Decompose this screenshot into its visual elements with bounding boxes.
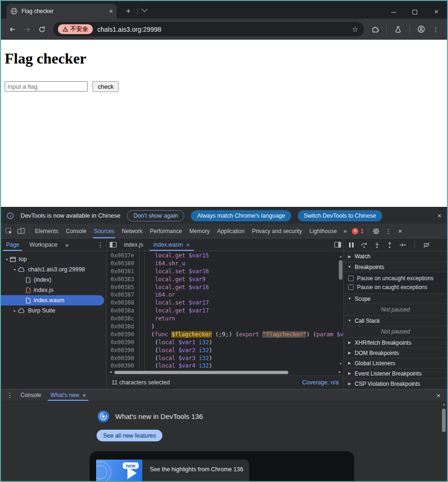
tree-caret-icon[interactable]: ▾ (12, 268, 18, 272)
drawer-tab-console[interactable]: Console (16, 390, 46, 401)
error-badge[interactable]: × 1 (350, 228, 366, 234)
devtools-tab-performance[interactable]: Performance (146, 224, 186, 238)
section-xhr-fetch-breakpoints[interactable]: ▶XHR/fetch Breakpoints (344, 337, 447, 347)
breakpoint-gutter[interactable] (140, 251, 145, 369)
bookmark-star-icon[interactable]: ☆ (352, 25, 358, 34)
editor-tab-close-icon[interactable]: × (186, 241, 190, 248)
scroll-down-icon[interactable]: ▼ (338, 360, 343, 368)
file-tree-item-top[interactable]: ▾top (1, 254, 106, 264)
settings-gear-icon[interactable] (370, 225, 382, 237)
section-watch[interactable]: ▶Watch (344, 251, 447, 262)
dont-show-again-button[interactable]: Don't show again (127, 210, 185, 221)
devtools-tab-privacy-and-security[interactable]: Privacy and security (248, 224, 306, 238)
devtools-menu-icon[interactable]: ⋮ (382, 227, 394, 235)
extensions-icon[interactable] (369, 23, 382, 36)
editor-horizontal-scrollbar[interactable]: ◄ ► (107, 369, 343, 376)
address-gutter[interactable]: 0x0037e0x003800x003810x003830x003850x003… (107, 251, 140, 369)
checkbox-icon[interactable] (348, 276, 354, 281)
profile-icon[interactable] (414, 23, 427, 36)
deactivate-breakpoints-icon[interactable] (423, 241, 430, 248)
file-tree-item-index-js[interactable]: index.js (1, 285, 106, 295)
pause-script-icon[interactable] (349, 242, 354, 248)
wasm-code-editor[interactable]: 0x0037e0x003800x003810x003830x003850x003… (107, 251, 343, 369)
highlight-link[interactable]: See the highlights from Chrome 136 (142, 460, 249, 481)
devtools-tab-sources[interactable]: Sources (90, 224, 118, 238)
whats-new-scrollbar[interactable]: ▲ (441, 402, 447, 480)
scroll-left-icon[interactable]: ◄ (109, 370, 112, 374)
editor-vertical-scrollbar[interactable]: ▲ ▼ (338, 251, 343, 369)
file-tree-item-chals1-ais3-org-29998[interactable]: ▾chals1.ais3.org:29998 (1, 264, 106, 275)
url-text[interactable]: chals1.ais3.org:29998 (98, 26, 352, 33)
experiments-flask-icon[interactable] (392, 23, 405, 36)
navigator-menu-icon[interactable]: ⋮ (94, 241, 106, 248)
editor-tab-index-js[interactable]: index.js (119, 239, 148, 251)
step-out-icon[interactable] (386, 241, 393, 248)
forward-icon[interactable] (21, 23, 34, 36)
not-secure-badge[interactable]: 不安全 (58, 24, 93, 34)
section-csp-violation-breakpoints[interactable]: ▶CSP Violation Breakpoints (344, 378, 447, 389)
window-close-button[interactable]: × (426, 8, 447, 15)
devtools-close-icon[interactable]: × (394, 227, 406, 235)
tab-search-chevron-icon[interactable] (141, 6, 147, 12)
section-breakpoints[interactable]: ▼Breakpoints (344, 262, 447, 272)
toggle-right-panel-icon[interactable] (331, 241, 343, 248)
tree-caret-icon[interactable]: ▸ (12, 309, 18, 313)
reload-icon[interactable] (35, 23, 49, 36)
check-button[interactable]: check (92, 81, 119, 92)
devtools-tab-application[interactable]: Application (213, 224, 248, 238)
file-tree-item-index-wasm[interactable]: index.wasm (1, 295, 104, 305)
section-global-listeners[interactable]: ▶Global Listeners (344, 358, 447, 368)
tab-close-icon[interactable]: × (109, 8, 113, 14)
section-scope[interactable]: ▼Scope (344, 293, 447, 304)
video-thumbnail[interactable]: new (96, 460, 142, 481)
infobar-close-icon[interactable]: × (437, 212, 441, 220)
navigator-more-tabs-icon[interactable]: » (63, 241, 71, 248)
tab-workspace[interactable]: Workspace (24, 239, 63, 251)
file-tree-item-burp-suite[interactable]: ▸Burp Suite (1, 305, 106, 316)
horizontal-scroll-thumb[interactable] (114, 371, 288, 374)
switch-to-chinese-button[interactable]: Switch DevTools to Chinese (298, 210, 382, 221)
step-into-icon[interactable] (374, 241, 380, 248)
tree-caret-icon[interactable]: ▾ (4, 257, 10, 262)
scroll-up-icon[interactable]: ▲ (441, 403, 447, 406)
more-tabs-icon[interactable]: » (341, 227, 350, 234)
maximize-button[interactable] (404, 8, 426, 15)
checkbox-pause-on-uncaught-exceptions[interactable]: Pause on uncaught exceptions (344, 274, 447, 283)
highlights-card[interactable]: new See the highlights from Chrome 136 (90, 451, 354, 481)
devtools-tab-elements[interactable]: Elements (31, 224, 62, 238)
flag-input[interactable] (5, 81, 88, 92)
match-language-button[interactable]: Always match Chrome's language (191, 210, 291, 221)
back-icon[interactable] (6, 23, 19, 36)
drawer-close-icon[interactable]: × (433, 391, 444, 399)
minimize-button[interactable] (383, 8, 404, 15)
section-event-listener-breakpoints[interactable]: ▶Event Listener Breakpoints (344, 368, 447, 378)
devtools-tab-lighthouse[interactable]: Lighthouse (306, 224, 341, 238)
devtools-tab-memory[interactable]: Memory (186, 224, 213, 238)
devtools-tab-network[interactable]: Network (118, 224, 146, 238)
devtools-tab-console[interactable]: Console (62, 224, 90, 238)
new-tab-button[interactable]: + (123, 4, 133, 19)
browser-menu-icon[interactable]: ⋮ (429, 23, 442, 36)
coverage-link[interactable]: Coverage: n/a (302, 379, 339, 386)
whats-new-scroll-thumb[interactable] (442, 409, 446, 432)
vertical-scroll-thumb[interactable] (339, 260, 343, 280)
drawer-tab-close-icon[interactable]: × (83, 392, 86, 399)
file-tree-item-index[interactable]: (index) (1, 275, 106, 285)
toggle-left-panel-icon[interactable] (107, 241, 119, 248)
device-toolbar-icon[interactable] (15, 225, 27, 237)
step-over-icon[interactable] (360, 241, 368, 248)
step-icon[interactable] (399, 241, 406, 248)
editor-tab-index-wasm[interactable]: index.wasm× (148, 239, 195, 251)
checkbox-pause-on-caught-exceptions[interactable]: Pause on caught exceptions (344, 283, 447, 291)
drawer-menu-icon[interactable]: ⋮ (4, 391, 16, 399)
address-bar[interactable]: 不安全 chals1.ais3.org:29998 ☆ (53, 22, 364, 36)
inspect-element-icon[interactable] (3, 225, 15, 237)
browser-tab[interactable]: Flag checker × (7, 4, 117, 19)
scroll-up-icon[interactable]: ▲ (338, 253, 343, 261)
scroll-right-icon[interactable]: ► (338, 370, 342, 374)
section-call-stack[interactable]: ▼Call Stack (344, 315, 447, 326)
see-all-features-button[interactable]: See all new features (97, 430, 162, 441)
tab-page[interactable]: Page (1, 239, 24, 251)
checkbox-icon[interactable] (348, 284, 354, 290)
drawer-tab-what-s-new[interactable]: What's new× (46, 390, 91, 401)
